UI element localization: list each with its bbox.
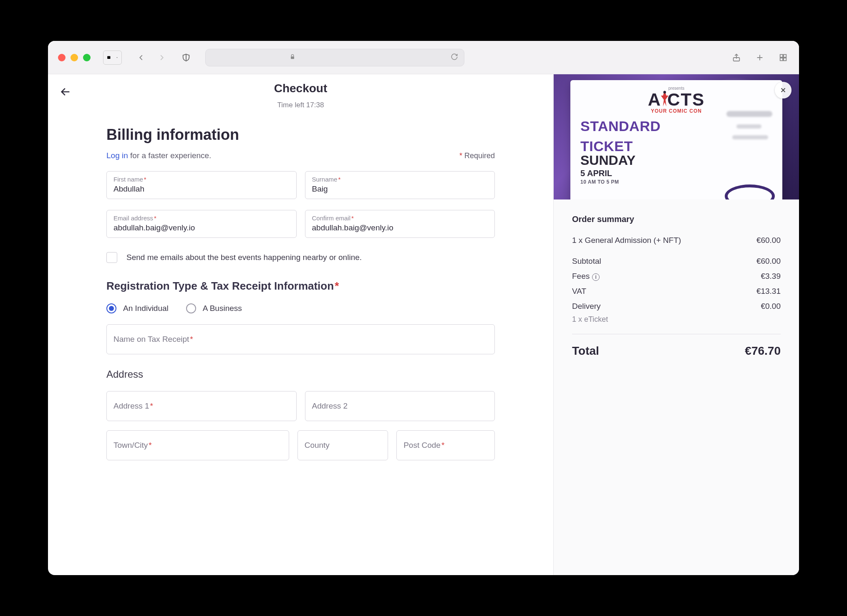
back-icon[interactable] bbox=[135, 52, 147, 63]
lock-icon bbox=[289, 53, 296, 62]
window-controls bbox=[58, 54, 91, 61]
billing-heading: Billing information bbox=[106, 126, 495, 144]
svg-rect-10 bbox=[784, 58, 786, 60]
first-name-value[interactable]: Abdullah bbox=[113, 184, 290, 194]
acts-logo: A CTS bbox=[648, 90, 705, 110]
surname-field[interactable]: Surname* Baig bbox=[305, 171, 495, 199]
summary-title: Order summary bbox=[572, 215, 781, 224]
toolbar-right bbox=[731, 52, 789, 63]
tab-overview-icon[interactable] bbox=[777, 52, 789, 63]
close-window[interactable] bbox=[58, 54, 66, 61]
delivery-label: Delivery bbox=[572, 302, 601, 311]
radio-individual[interactable] bbox=[106, 303, 116, 313]
login-line: Log in for a faster experience. * Requir… bbox=[106, 151, 495, 160]
order-summary: Order summary 1 x General Admission (+ N… bbox=[554, 199, 799, 373]
fees-label: Fees bbox=[572, 272, 590, 280]
nav-arrows bbox=[135, 52, 168, 63]
email-value[interactable]: abdullah.baig@venly.io bbox=[113, 223, 290, 232]
summary-divider bbox=[572, 334, 781, 334]
tax-receipt-field[interactable]: Name on Tax Receipt* bbox=[106, 324, 495, 354]
banner-blur bbox=[736, 124, 761, 129]
registration-heading: Registration Type & Tax Receipt Informat… bbox=[106, 280, 495, 293]
surname-value[interactable]: Baig bbox=[312, 184, 488, 194]
ticket-card: presents A CTS YOUR COMIC CON STANDARD T… bbox=[570, 80, 782, 199]
optin-checkbox[interactable] bbox=[106, 252, 117, 263]
ticket-date: 5 APRIL bbox=[580, 169, 772, 178]
registration-type: An Individual A Business bbox=[106, 303, 495, 313]
privacy-shield-icon[interactable] bbox=[180, 52, 192, 63]
vat-value: €13.31 bbox=[756, 287, 781, 296]
delivery-sub: 1 x eTicket bbox=[572, 315, 608, 324]
subtotal-value: €60.00 bbox=[756, 257, 781, 266]
share-icon[interactable] bbox=[731, 52, 742, 63]
address-heading: Address bbox=[106, 369, 495, 380]
browser-window: Checkout Time left 17:38 Billing informa… bbox=[48, 41, 799, 575]
close-button[interactable] bbox=[775, 82, 792, 98]
optin-row: Send me emails about the best events hap… bbox=[106, 252, 495, 263]
address-bar[interactable] bbox=[205, 49, 464, 66]
ticket-day: SUNDAY bbox=[580, 154, 772, 168]
new-tab-icon[interactable] bbox=[754, 52, 766, 63]
required-label: * Required bbox=[459, 151, 495, 160]
radio-individual-label: An Individual bbox=[123, 304, 169, 313]
town-field[interactable]: Town/City* bbox=[106, 430, 289, 460]
svg-rect-7 bbox=[780, 54, 783, 57]
forward-icon[interactable] bbox=[156, 52, 168, 63]
delivery-value: €0.00 bbox=[761, 302, 781, 311]
svg-rect-3 bbox=[291, 56, 294, 59]
main-panel: Checkout Time left 17:38 Billing informa… bbox=[48, 74, 554, 575]
confirm-email-value[interactable]: abdullah.baig@venly.io bbox=[312, 223, 488, 232]
banner-decoration bbox=[725, 184, 775, 199]
radio-business-label: A Business bbox=[203, 304, 242, 313]
login-link[interactable]: Log in bbox=[106, 151, 128, 160]
order-sidebar: presents A CTS YOUR COMIC CON STANDARD T… bbox=[554, 74, 799, 575]
subtotal-label: Subtotal bbox=[572, 257, 601, 266]
svg-point-12 bbox=[663, 91, 666, 93]
page-title: Checkout bbox=[48, 82, 553, 95]
form-area: Billing information Log in for a faster … bbox=[48, 114, 553, 477]
surname-label: Surname bbox=[312, 176, 338, 183]
svg-rect-0 bbox=[107, 56, 110, 58]
page-header: Checkout Time left 17:38 bbox=[48, 74, 553, 114]
minimize-window[interactable] bbox=[71, 54, 78, 61]
county-field[interactable]: County bbox=[297, 430, 388, 460]
event-banner: presents A CTS YOUR COMIC CON STANDARD T… bbox=[554, 74, 799, 199]
optin-label: Send me emails about the best events hap… bbox=[126, 253, 362, 262]
total-value: €76.70 bbox=[745, 344, 781, 358]
banner-blur bbox=[732, 135, 768, 139]
vat-label: VAT bbox=[572, 287, 586, 296]
info-icon[interactable]: i bbox=[592, 273, 600, 281]
back-button[interactable] bbox=[60, 86, 71, 98]
email-field[interactable]: Email address* abdullah.baig@venly.io bbox=[106, 210, 297, 238]
address2-field[interactable]: Address 2 bbox=[305, 391, 495, 421]
email-label: Email address bbox=[113, 215, 153, 222]
address1-field[interactable]: Address 1* bbox=[106, 391, 297, 421]
svg-rect-8 bbox=[784, 54, 786, 57]
page-content: Checkout Time left 17:38 Billing informa… bbox=[48, 74, 799, 575]
total-label: Total bbox=[572, 344, 599, 358]
time-left: Time left 17:38 bbox=[48, 101, 553, 109]
maximize-window[interactable] bbox=[83, 54, 91, 61]
postcode-field[interactable]: Post Code* bbox=[396, 430, 495, 460]
summary-item-label: 1 x General Admission (+ NFT) bbox=[572, 236, 681, 245]
summary-item-price: €60.00 bbox=[756, 236, 781, 245]
ticket-line2: TICKET bbox=[580, 139, 772, 154]
sidebar-toggle[interactable] bbox=[103, 50, 122, 65]
confirm-email-field[interactable]: Confirm email* abdullah.baig@venly.io bbox=[305, 210, 495, 238]
svg-rect-9 bbox=[780, 58, 783, 60]
fees-value: €3.39 bbox=[761, 272, 781, 281]
reload-icon[interactable] bbox=[451, 53, 458, 62]
radio-business[interactable] bbox=[186, 303, 196, 313]
first-name-field[interactable]: First name* Abdullah bbox=[106, 171, 297, 199]
login-suffix: for a faster experience. bbox=[128, 151, 212, 160]
tax-receipt-placeholder: Name on Tax Receipt bbox=[113, 335, 189, 343]
banner-blur bbox=[726, 111, 772, 117]
ticket-time: 10 AM TO 5 PM bbox=[580, 179, 772, 185]
first-name-label: First name bbox=[113, 176, 143, 183]
confirm-email-label: Confirm email bbox=[312, 215, 351, 222]
browser-toolbar bbox=[48, 41, 799, 74]
